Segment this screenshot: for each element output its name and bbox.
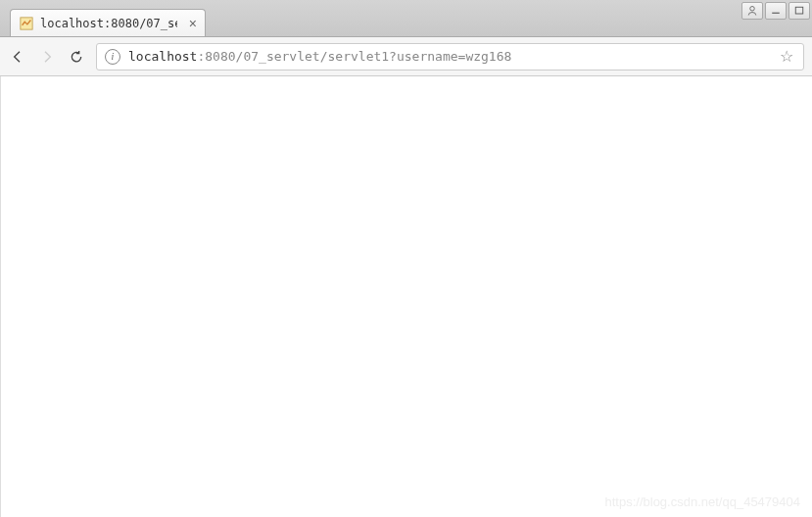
url-host: localhost xyxy=(128,49,197,64)
window-controls xyxy=(740,0,812,22)
tab-bar: localhost:8080/07_ser × xyxy=(0,0,812,37)
url-path: :8080/07_servlet/servlet1?username=wzg16… xyxy=(197,49,511,64)
address-bar[interactable]: i localhost:8080/07_servlet/servlet1?use… xyxy=(96,43,804,70)
tab-favicon-icon xyxy=(19,16,34,31)
back-button[interactable] xyxy=(8,47,27,67)
minimize-button[interactable] xyxy=(765,2,787,20)
forward-button[interactable] xyxy=(37,47,57,67)
maximize-button[interactable] xyxy=(788,2,810,20)
bookmark-star-icon[interactable]: ☆ xyxy=(780,47,795,66)
watermark-text: https://blog.csdn.net/qq_45479404 xyxy=(605,494,801,509)
page-content xyxy=(0,76,812,517)
tab-close-icon[interactable]: × xyxy=(189,16,197,31)
toolbar: i localhost:8080/07_servlet/servlet1?use… xyxy=(0,37,812,76)
tab-title: localhost:8080/07_ser xyxy=(40,17,177,30)
svg-point-0 xyxy=(750,7,755,12)
url-text: localhost:8080/07_servlet/servlet1?usern… xyxy=(128,49,511,64)
site-info-icon[interactable]: i xyxy=(105,49,120,65)
reload-button[interactable] xyxy=(67,47,86,67)
browser-tab[interactable]: localhost:8080/07_ser × xyxy=(10,9,206,36)
user-button[interactable] xyxy=(741,2,763,20)
svg-rect-2 xyxy=(795,7,803,14)
